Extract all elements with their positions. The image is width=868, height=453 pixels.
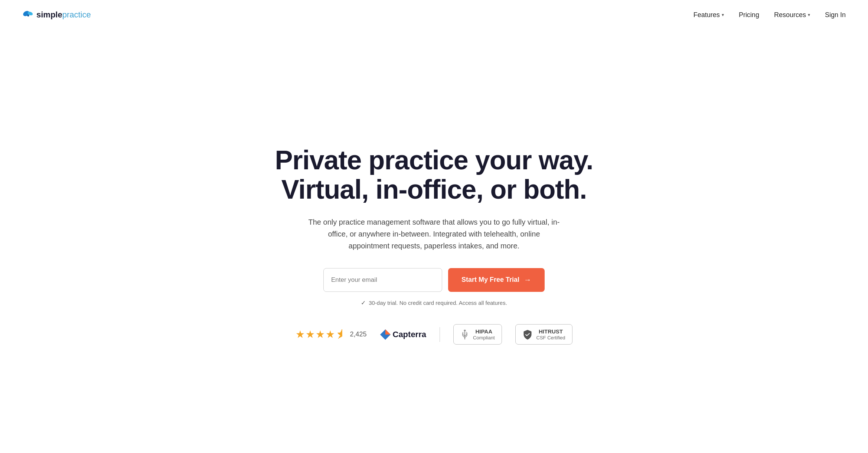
logo-practice-text: practice: [62, 10, 91, 19]
hero-title: Private practice your way. Virtual, in-o…: [275, 146, 593, 204]
nav-resources[interactable]: Resources ▾: [774, 11, 810, 19]
star-3: ★: [316, 328, 325, 340]
hipaa-badge: HIPAA Compliant: [453, 324, 502, 345]
badge-divider-1: [440, 327, 440, 342]
resources-chevron-icon: ▾: [808, 12, 810, 17]
hero-section: Private practice your way. Virtual, in-o…: [0, 30, 868, 453]
cta-row: Start My Free Trial →: [323, 268, 545, 292]
star-4: ★: [326, 328, 335, 340]
header: simplepractice Features ▾ Pricing Resour…: [0, 0, 868, 30]
star-1: ★: [296, 328, 305, 340]
svg-point-7: [464, 330, 466, 331]
hipaa-text: HIPAA Compliant: [473, 328, 495, 341]
main-nav: Features ▾ Pricing Resources ▾ Sign In: [694, 11, 846, 19]
nav-features[interactable]: Features ▾: [694, 11, 724, 19]
trial-note: ✓ 30-day trial. No credit card required.…: [361, 299, 507, 306]
logo-simple-text: simple: [36, 10, 62, 19]
features-chevron-icon: ▾: [722, 12, 724, 17]
nav-signin[interactable]: Sign In: [825, 11, 846, 19]
checkmark-icon: ✓: [361, 299, 366, 306]
start-trial-button[interactable]: Start My Free Trial →: [448, 268, 545, 292]
star-rating: ★ ★ ★ ★ ⯨: [296, 328, 346, 340]
capterra-label: Capterra: [393, 330, 426, 339]
hitrust-badge: HITRUST CSF Certified: [515, 324, 572, 345]
capterra-icon: [380, 329, 391, 340]
svg-point-2: [27, 14, 29, 16]
svg-marker-4: [385, 329, 391, 335]
stars-capterra-group: ★ ★ ★ ★ ⯨ 2,425: [296, 328, 366, 340]
star-half: ⯨: [336, 328, 346, 340]
nav-pricing[interactable]: Pricing: [739, 11, 759, 19]
hitrust-text: HITRUST CSF Certified: [536, 328, 565, 341]
review-count: 2,425: [350, 330, 366, 338]
hipaa-icon: [460, 329, 469, 340]
star-2: ★: [306, 328, 315, 340]
email-input[interactable]: [323, 268, 442, 292]
capterra-badge: Capterra: [380, 329, 426, 340]
badges-row: ★ ★ ★ ★ ⯨ 2,425 Capterra: [296, 324, 572, 345]
hipaa-title: HIPAA: [473, 328, 495, 335]
hitrust-title: HITRUST: [536, 328, 565, 335]
svg-marker-5: [380, 335, 385, 340]
arrow-icon: →: [524, 276, 531, 284]
hitrust-sub: CSF Certified: [536, 335, 565, 341]
hipaa-sub: Compliant: [473, 335, 495, 341]
hitrust-shield-icon: [522, 329, 533, 340]
logo-icon: [22, 9, 34, 21]
logo[interactable]: simplepractice: [22, 9, 91, 21]
hero-subtitle: The only practice management software th…: [308, 216, 560, 252]
